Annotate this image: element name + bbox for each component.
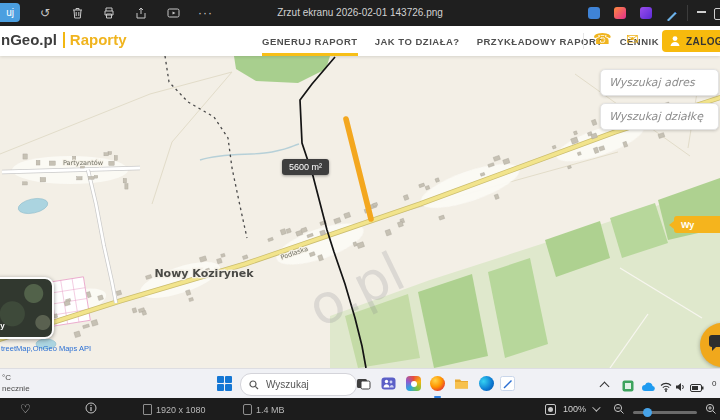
tray-app-icon[interactable] xyxy=(622,378,634,396)
photos-statusbar: ♡ 1920 x 1080 1.4 MB 100% xyxy=(0,398,720,420)
search-icon xyxy=(249,380,259,390)
filesize-icon xyxy=(243,404,252,415)
teams-icon[interactable] xyxy=(381,376,396,391)
delete-icon[interactable] xyxy=(70,6,84,20)
battery-icon[interactable] xyxy=(690,378,704,396)
login-label: ZALOGU xyxy=(686,36,720,47)
search-address-box xyxy=(600,69,719,96)
nav-generuj-raport[interactable]: GENERUJ RAPORT xyxy=(262,26,358,56)
header-separator xyxy=(583,33,584,49)
start-button[interactable] xyxy=(217,376,232,391)
search-parcel-input[interactable] xyxy=(601,104,718,129)
place-label: Nowy Kozirynek xyxy=(154,267,254,280)
draw-icon[interactable] xyxy=(666,7,678,19)
clock-fragment[interactable]: 0 xyxy=(712,379,716,388)
onedrive-icon[interactable] xyxy=(641,378,655,396)
layer-preview-thumbnail[interactable]: wy xyxy=(0,277,54,339)
weather-widget[interactable]: °C necznie xyxy=(2,372,30,394)
speaker-icon[interactable] xyxy=(675,378,686,396)
map-viewport[interactable]: o.pl Partyzantów Podlaska Nowy Kozirynek… xyxy=(0,56,720,368)
chat-bubble-icon xyxy=(709,335,720,347)
firefox-icon[interactable] xyxy=(430,376,445,391)
slideshow-icon[interactable] xyxy=(166,6,180,20)
site-logo[interactable]: nGeo.pl Raporty xyxy=(1,31,127,48)
chevron-down-icon xyxy=(592,403,600,411)
windows-taskbar: °C necznie xyxy=(0,368,720,399)
zoom-slider-thumb[interactable] xyxy=(643,408,652,417)
site-header: nGeo.pl Raporty GENERUJ RAPORT JAK TO DZ… xyxy=(0,26,720,56)
favorite-icon[interactable]: ♡ xyxy=(20,402,31,416)
filesize-info: 1.4 MB xyxy=(243,404,285,415)
logo-divider xyxy=(63,32,65,48)
photos-icon[interactable] xyxy=(406,376,421,391)
snipping-tool-icon[interactable] xyxy=(500,376,515,391)
more-options-icon[interactable]: ··· xyxy=(198,6,212,20)
weather-temp: °C xyxy=(2,372,30,383)
zoom-slider[interactable] xyxy=(633,411,697,414)
wifi-icon[interactable] xyxy=(660,378,672,396)
map-attribution[interactable]: treetMap,OnGeo Maps API xyxy=(1,344,91,353)
user-icon xyxy=(669,35,681,47)
photos-titlebar: uj ↺ ··· Zrzut ekranu 2026-02-01 143726.… xyxy=(0,0,720,26)
search-address-input[interactable] xyxy=(601,70,718,95)
designer-icon[interactable] xyxy=(614,7,626,19)
edge-icon[interactable] xyxy=(479,376,494,391)
task-view-icon[interactable] xyxy=(356,376,371,391)
edit-image-icon[interactable] xyxy=(588,7,600,19)
weather-condition: necznie xyxy=(2,383,30,394)
zoom-out-icon[interactable] xyxy=(613,403,625,418)
mail-icon[interactable]: ✉ xyxy=(626,30,639,48)
taskbar-search-input[interactable] xyxy=(264,378,338,391)
tray-expand-icon[interactable] xyxy=(600,382,610,392)
minimize-button[interactable] xyxy=(697,11,706,13)
road-label-partyzantow: Partyzantów xyxy=(63,159,104,167)
info-icon[interactable] xyxy=(85,402,97,417)
zoom-in-icon[interactable] xyxy=(705,403,717,418)
layer-preview-label: wy xyxy=(0,321,5,330)
dimensions-icon xyxy=(143,404,152,415)
parcel-area-tooltip: 5600 m² xyxy=(282,159,329,175)
window-title: Zrzut ekranu 2026-02-01 143726.png xyxy=(277,7,443,18)
clipchamp-icon[interactable] xyxy=(640,7,652,19)
resolution-info: 1920 x 1080 xyxy=(143,404,206,415)
zoom-level[interactable]: 100% xyxy=(563,404,598,414)
logo-text: nGeo.pl xyxy=(1,31,57,48)
edit-button[interactable]: uj xyxy=(0,3,20,22)
share-icon[interactable] xyxy=(134,6,148,20)
login-button[interactable]: ZALOGU xyxy=(662,30,720,52)
rotate-icon[interactable]: ↺ xyxy=(38,6,52,20)
taskbar-search[interactable] xyxy=(240,373,357,396)
search-parcel-box xyxy=(600,103,719,130)
phone-icon[interactable]: ☎ xyxy=(593,30,612,48)
nav-jak-to-dziala[interactable]: JAK TO DZIAŁA? xyxy=(375,26,460,56)
print-icon[interactable] xyxy=(102,6,116,20)
screen: uj ↺ ··· Zrzut ekranu 2026-02-01 143726.… xyxy=(0,0,720,420)
logo-product: Raporty xyxy=(70,31,127,48)
fit-to-window-icon[interactable] xyxy=(545,404,556,415)
file-explorer-icon[interactable] xyxy=(454,376,469,391)
titlebar-separator xyxy=(687,5,688,21)
map-callout-tag[interactable]: Wy xyxy=(674,216,720,233)
maximize-button[interactable] xyxy=(714,8,720,20)
